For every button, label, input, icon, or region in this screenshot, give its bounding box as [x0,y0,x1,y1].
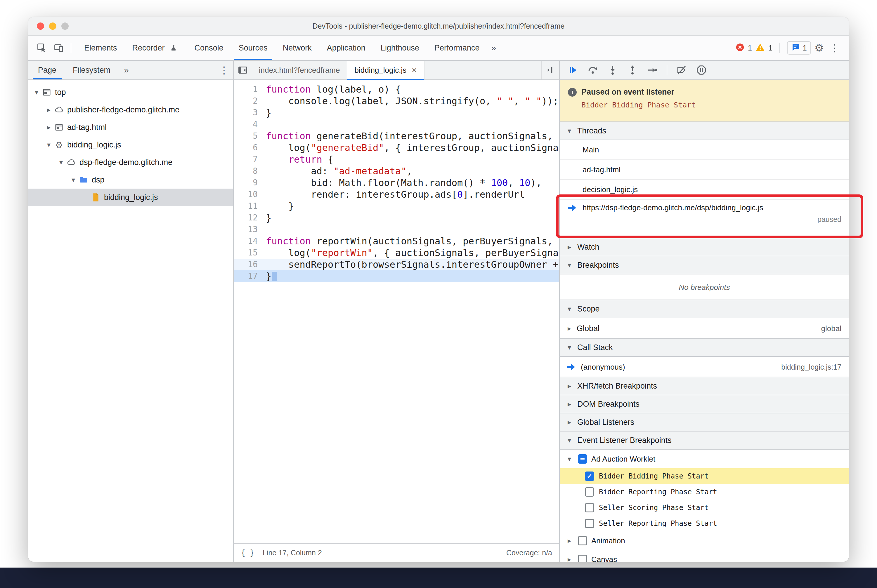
thread-row-current[interactable]: https://dsp-fledge-demo.glitch.me/dsp/bi… [560,200,849,238]
panel-tab-performance[interactable]: Performance [427,36,487,60]
panel-tab-application[interactable]: Application [319,36,373,60]
checkbox-unchecked-icon[interactable] [585,487,594,496]
checkbox-unchecked-icon[interactable] [578,555,587,562]
thread-row[interactable]: ad-tag.html [560,160,849,180]
editor-tab-bidding-logic-js[interactable]: bidding_logic.js× [347,61,424,80]
panel-tab-network[interactable]: Network [275,36,319,60]
deactivate-breakpoints-button[interactable] [672,62,690,78]
inspect-icon[interactable] [33,39,50,56]
section-dom-breakpoints[interactable]: DOM Breakpoints [560,395,849,413]
panel-tab-lighthouse[interactable]: Lighthouse [373,36,427,60]
disclosure-triangle-icon[interactable] [565,324,574,333]
disclosure-triangle-icon[interactable] [565,455,574,463]
checkbox-unchecked-icon[interactable] [585,519,594,528]
warning-badge-icon[interactable] [755,43,765,52]
panel-tab-sources[interactable]: Sources [231,36,275,60]
line-number[interactable]: 6 [234,142,266,154]
panel-tab-elements[interactable]: Elements [77,36,125,60]
line-number[interactable]: 11 [234,200,266,212]
section-global-listeners[interactable]: Global Listeners [560,413,849,432]
code-line-1[interactable]: 1function log(label, o) { [234,84,559,95]
code-line-3[interactable]: 3} [234,107,559,118]
elb-group-ad-auction-worklet[interactable]: Ad Auction Worklet [560,450,849,468]
section-watch[interactable]: Watch [560,238,849,256]
tree-item-bidding-logic-js[interactable]: bidding_logic.js [28,189,233,206]
code-line-10[interactable]: 10 render: interestGroup.ads[0].renderUr… [234,189,559,200]
resume-script-execution-button[interactable] [564,62,582,78]
code-line-8[interactable]: 8 ad: "ad-metadata", [234,165,559,177]
code-line-17[interactable]: 17} [234,270,559,282]
more-navigator-tabs-chevron[interactable]: » [120,65,133,75]
disclosure-triangle-icon[interactable] [565,555,574,562]
line-number[interactable]: 14 [234,236,266,247]
line-number[interactable]: 15 [234,247,266,259]
line-number[interactable]: 13 [234,224,266,236]
code-line-12[interactable]: 12} [234,212,559,224]
line-number[interactable]: 5 [234,130,266,142]
tree-item-ad-tag-html[interactable]: ad-tag.html [28,118,233,136]
tree-item-top[interactable]: top [28,84,233,101]
code-line-9[interactable]: 9 bid: Math.floor(Math.random() * 100, 1… [234,177,559,189]
section-xhr-breakpoints[interactable]: XHR/fetch Breakpoints [560,376,849,395]
disclosure-triangle-icon[interactable] [44,141,53,149]
code-line-13[interactable]: 13 [234,224,559,236]
checkbox-unchecked-icon[interactable] [578,536,587,545]
step-into-button[interactable] [603,62,622,78]
line-number[interactable]: 9 [234,177,266,189]
toggle-navigator-icon[interactable] [234,61,252,80]
elb-item-bidder-reporting-phase-start[interactable]: Bidder Reporting Phase Start [560,484,849,500]
elb-item-seller-scoring-phase-start[interactable]: Seller Scoring Phase Start [560,500,849,516]
code-line-7[interactable]: 7 return { [234,154,559,165]
code-editor[interactable]: 1function log(label, o) {2 console.log(l… [234,80,559,543]
panel-tab-recorder[interactable]: Recorder [125,36,187,60]
elb-item-seller-reporting-phase-start[interactable]: Seller Reporting Phase Start [560,516,849,531]
line-number[interactable]: 1 [234,84,266,95]
line-number[interactable]: 3 [234,107,266,118]
navigator-tab-filesystem[interactable]: Filesystem [65,61,119,80]
line-number[interactable]: 7 [234,154,266,165]
pause-on-exceptions-button[interactable] [692,62,710,78]
toggle-debugger-icon[interactable] [541,61,559,80]
tree-item-dsp-fledge-demo-glitch-me[interactable]: dsp-fledge-demo.glitch.me [28,154,233,171]
line-number[interactable]: 17 [234,270,266,282]
disclosure-triangle-icon[interactable] [69,176,78,184]
line-number[interactable]: 2 [234,95,266,107]
thread-row[interactable]: decision_logic.js [560,180,849,200]
section-breakpoints[interactable]: Breakpoints [560,256,849,274]
step-button[interactable] [643,62,661,78]
section-scope[interactable]: Scope [560,300,849,318]
settings-gear-icon[interactable]: ⚙ [814,43,824,53]
tree-item-bidding-logic-js[interactable]: ⚙bidding_logic.js [28,136,233,154]
device-toolbar-icon[interactable] [50,39,67,56]
elb-item-bidder-bidding-phase-start[interactable]: Bidder Bidding Phase Start [560,468,849,484]
panel-tab-console[interactable]: Console [187,36,231,60]
more-options-kebab-icon[interactable]: ⋮ [827,43,842,53]
section-event-listener-breakpoints[interactable]: Event Listener Breakpoints [560,431,849,450]
pretty-print-icon[interactable]: { } [241,548,254,557]
navigator-tab-page[interactable]: Page [30,61,65,80]
step-out-button[interactable] [623,62,642,78]
step-over-button[interactable] [584,62,602,78]
code-line-5[interactable]: 5function generateBid(interestGroup, auc… [234,130,559,142]
tree-item-dsp[interactable]: dsp [28,171,233,189]
code-line-15[interactable]: 15 log("reportWin", { auctionSignals, pe… [234,247,559,259]
disclosure-triangle-icon[interactable] [565,537,574,545]
line-number[interactable]: 10 [234,189,266,200]
tree-item-publisher-fledge-demo-glitch-me[interactable]: publisher-fledge-demo.glitch.me [28,101,233,118]
editor-tab-index-html-fencedframe[interactable]: index.html?fencedframe [252,61,347,80]
section-threads[interactable]: Threads [560,122,849,140]
disclosure-triangle-icon[interactable] [57,158,65,166]
section-call-stack[interactable]: Call Stack [560,338,849,357]
scope-row-global[interactable]: Globalglobal [560,318,849,339]
code-line-14[interactable]: 14function reportWin(auctionSignals, per… [234,236,559,247]
elb-group-animation[interactable]: Animation [560,531,849,550]
checkbox-checked-icon[interactable] [585,471,594,481]
minimize-window-button[interactable] [49,22,56,30]
code-line-16[interactable]: 16 sendReportTo(browserSignals.interestG… [234,259,559,270]
checkbox-indeterminate-icon[interactable] [578,454,587,464]
disclosure-triangle-icon[interactable] [44,106,53,114]
zoom-window-button[interactable] [61,22,69,30]
elb-group-canvas[interactable]: Canvas [560,550,849,562]
disclosure-triangle-icon[interactable] [32,88,41,96]
error-badge-icon[interactable] [736,43,745,53]
